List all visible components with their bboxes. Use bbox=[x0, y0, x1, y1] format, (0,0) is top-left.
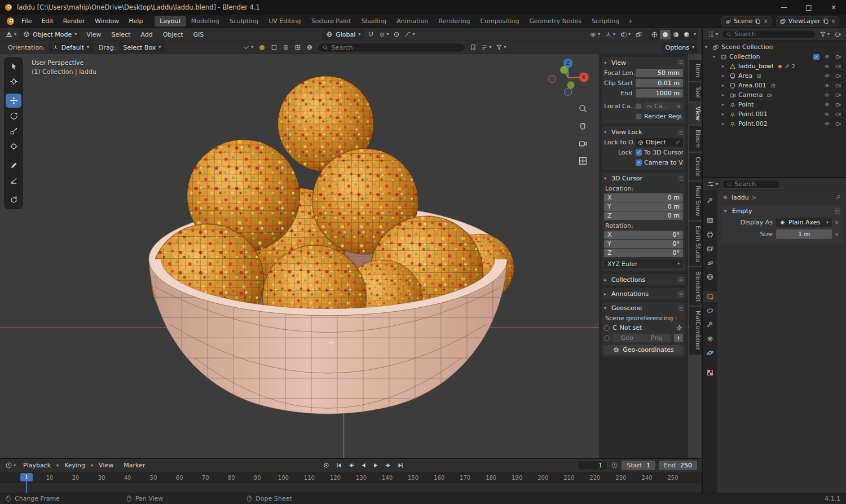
play-button[interactable] bbox=[370, 461, 381, 471]
outliner-row-object[interactable]: ▸ Camera bbox=[705, 90, 844, 100]
sidebar-tab-create[interactable]: Create bbox=[689, 153, 702, 180]
menu-render[interactable]: Render bbox=[59, 16, 90, 26]
local-camera-field[interactable]: Ca... × bbox=[644, 102, 683, 110]
eyedropper-icon[interactable] bbox=[675, 140, 681, 145]
properties-editor-type-button[interactable]: ▾ bbox=[706, 179, 720, 189]
tab-constraints[interactable] bbox=[703, 305, 717, 316]
outliner-row-object[interactable]: ▸ laddu_bowl 2 bbox=[705, 61, 844, 71]
collection-checkbox[interactable]: ✓ bbox=[813, 54, 819, 60]
toggle-xray-button[interactable] bbox=[633, 30, 644, 39]
cursor-location-z[interactable]: Z0 m bbox=[604, 211, 683, 220]
menu-edit[interactable]: Edit bbox=[37, 16, 58, 26]
render-visibility-icon[interactable] bbox=[835, 73, 841, 79]
viewport-search-input[interactable] bbox=[332, 44, 461, 51]
timeline-track[interactable]: 1020304050607080901001101201301401501601… bbox=[0, 472, 702, 493]
properties-search-input[interactable] bbox=[734, 180, 775, 188]
cursor-rotation-z[interactable]: Z0° bbox=[604, 249, 683, 257]
cursor-tool[interactable] bbox=[6, 74, 21, 89]
previous-keyframe-button[interactable] bbox=[345, 461, 356, 471]
tab-scene[interactable] bbox=[703, 257, 717, 268]
menu-window[interactable]: Window bbox=[90, 16, 124, 26]
gizmo-z-negative[interactable] bbox=[565, 88, 572, 95]
gear-icon[interactable] bbox=[676, 324, 683, 331]
shading-solid-button[interactable] bbox=[660, 30, 671, 39]
sidebar-tab-blosm[interactable]: Blosm bbox=[689, 126, 702, 152]
rotation-mode-dropdown[interactable]: XYZ Euler ▾ bbox=[604, 259, 683, 268]
drag-grip-icon[interactable]: ⣿⣿ bbox=[678, 175, 683, 181]
proportional-falloff-dropdown[interactable]: ▾ bbox=[403, 30, 416, 39]
animate-property-dot[interactable] bbox=[835, 233, 838, 236]
outliner-row-scene-collection[interactable]: ▾ Scene Collection bbox=[705, 42, 844, 52]
play-reverse-button[interactable] bbox=[358, 461, 369, 471]
annotate-tool[interactable] bbox=[6, 158, 21, 173]
filter-dropdown[interactable]: ▾ bbox=[494, 43, 508, 52]
clear-icon[interactable]: × bbox=[676, 104, 681, 109]
rotate-tool[interactable] bbox=[6, 109, 21, 123]
transform-orientation-dropdown[interactable]: Global ▾ bbox=[322, 29, 364, 39]
breadcrumb-object-name[interactable]: laddu bbox=[732, 194, 749, 201]
hide-eye-icon[interactable] bbox=[823, 121, 831, 127]
sidebar-tab-real-snow[interactable]: Real Snow bbox=[689, 182, 702, 220]
geo-coordinates-button[interactable]: Geo-coordinates bbox=[604, 345, 683, 355]
proj-button[interactable]: Proj bbox=[642, 334, 672, 342]
menu-gis[interactable]: GIS bbox=[189, 30, 209, 39]
playhead-marker[interactable]: 1 bbox=[20, 473, 33, 481]
collections-section-header[interactable]: ▸ Collections ⣿⣿ bbox=[604, 275, 683, 284]
measure-tool[interactable] bbox=[6, 174, 21, 188]
material-preview-sphere-icon[interactable] bbox=[257, 43, 267, 52]
menu-object[interactable]: Object bbox=[158, 30, 188, 39]
scene-selector[interactable]: Scene × bbox=[721, 16, 772, 26]
gizmo-x-negative[interactable] bbox=[549, 75, 556, 82]
orientation-default-dropdown[interactable]: Default ▾ bbox=[49, 42, 93, 52]
render-visibility-icon[interactable] bbox=[835, 121, 841, 127]
animate-property-dot[interactable] bbox=[835, 221, 838, 224]
render-visibility-icon[interactable] bbox=[835, 101, 841, 108]
gizmo-y-axis[interactable] bbox=[560, 66, 568, 74]
camera-view-control[interactable] bbox=[576, 138, 589, 149]
menu-keying[interactable]: Keying bbox=[60, 461, 90, 470]
hide-eye-icon[interactable] bbox=[823, 101, 831, 108]
tab-object-data[interactable] bbox=[703, 333, 717, 344]
clip-start-field[interactable]: 0.01 m bbox=[636, 79, 683, 87]
scene-3d[interactable]: Z X bbox=[0, 54, 702, 458]
drag-grip-icon[interactable]: ⣿⣿ bbox=[678, 129, 683, 135]
workspace-tab-geometry-nodes[interactable]: Geometry Nodes bbox=[524, 16, 587, 26]
outliner-row-object[interactable]: ▸ Point.002 bbox=[705, 119, 844, 129]
workspace-tab-texture-paint[interactable]: Texture Paint bbox=[306, 16, 356, 26]
hide-eye-icon[interactable] bbox=[823, 63, 831, 69]
copy-icon[interactable] bbox=[823, 18, 829, 24]
crs-radio[interactable] bbox=[604, 325, 610, 331]
close-button[interactable]: × bbox=[821, 0, 846, 15]
shading-material-button[interactable] bbox=[671, 30, 681, 39]
lock-3d-cursor-checkbox[interactable]: ✓ bbox=[636, 149, 642, 156]
menu-playback[interactable]: Playback bbox=[19, 461, 55, 470]
pan-control[interactable] bbox=[576, 120, 589, 132]
workspace-tab-sculpting[interactable]: Sculpting bbox=[224, 16, 263, 26]
hide-eye-icon[interactable] bbox=[823, 73, 831, 79]
render-visibility-icon[interactable] bbox=[835, 63, 841, 69]
camera-to-view-checkbox[interactable]: ✓ bbox=[636, 160, 642, 166]
cursor-3d-section-header[interactable]: ▾ 3D Cursor ⣿⣿ bbox=[604, 174, 683, 183]
checkmark-dropdown[interactable]: ▾ bbox=[241, 43, 255, 52]
next-keyframe-button[interactable] bbox=[382, 461, 394, 471]
menu-view[interactable]: View bbox=[82, 30, 105, 39]
local-camera-checkbox[interactable]: ✓ bbox=[636, 103, 642, 109]
add-cube-tool[interactable] bbox=[6, 193, 21, 207]
maximize-button[interactable]: □ bbox=[796, 0, 821, 15]
workspace-tab-uv-editing[interactable]: UV Editing bbox=[263, 16, 306, 26]
shading-dropdown[interactable]: ▾ bbox=[692, 31, 698, 38]
sidebar-tab-item[interactable]: Item bbox=[689, 60, 702, 81]
outliner-row-collection[interactable]: ▾ Collection ✓ bbox=[705, 52, 844, 61]
shading-rendered-button[interactable] bbox=[681, 30, 692, 39]
pin-icon[interactable] bbox=[835, 194, 841, 201]
start-frame-field[interactable]: Start 1 bbox=[622, 461, 655, 470]
sidebar-tab-blenderkit[interactable]: BlenderKit bbox=[689, 267, 702, 306]
show-overlays-dropdown[interactable]: ▾ bbox=[618, 30, 632, 39]
sidebar-tab-tool[interactable]: Tool bbox=[689, 82, 702, 101]
bookmark-icon[interactable] bbox=[468, 43, 478, 52]
scale-tool[interactable] bbox=[6, 124, 21, 138]
proportional-editing-button[interactable] bbox=[391, 30, 402, 39]
end-frame-field[interactable]: End 250 bbox=[659, 461, 697, 470]
tab-world[interactable] bbox=[703, 271, 717, 282]
current-frame-field[interactable]: 1 bbox=[577, 461, 607, 470]
